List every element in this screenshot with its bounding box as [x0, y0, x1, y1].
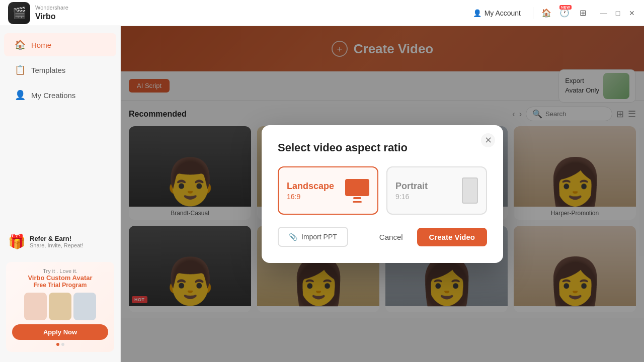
home-sidebar-icon: 🏠: [14, 39, 26, 50]
templates-icon: 📋: [14, 64, 26, 75]
creations-icon: 👤: [14, 89, 26, 101]
import-ppt-label: Import PPT: [301, 233, 337, 241]
sidebar-item-home[interactable]: 🏠 Home: [4, 33, 116, 56]
sidebar-home-label: Home: [31, 41, 51, 49]
title-bar-right: 👤 My Account 🏠 🕐 NEW ⊞ — □ ✕: [469, 7, 636, 19]
sidebar-item-my-creations[interactable]: 👤 My Creations: [4, 83, 116, 107]
brand-name: Wondershare: [35, 5, 68, 11]
landscape-shape-icon: [345, 179, 369, 196]
ratio-options: Landscape 16:9 Portrait: [278, 166, 487, 215]
maximize-button[interactable]: □: [614, 9, 622, 17]
content-area: ＋ Create Video AI Script Export Avatar O…: [121, 26, 644, 362]
sidebar-banner: Try it . Love it. Virbo Custom Avatar Fr…: [6, 262, 114, 352]
my-account-label: My Account: [485, 9, 521, 17]
dot-2: [61, 343, 64, 346]
divider: [533, 7, 533, 19]
modal-close-button[interactable]: ✕: [481, 133, 495, 147]
sidebar-creations-label: My Creations: [31, 91, 75, 100]
import-ppt-button[interactable]: 📎 Import PPT: [278, 227, 348, 247]
window-controls: — □ ✕: [600, 9, 636, 17]
banner-line3: Free Trial Program: [12, 282, 108, 289]
refer-text: Refer & Earn! Share, Invite, Repeat!: [30, 235, 83, 248]
app-window: 🎬 Wondershare Virbo 👤 My Account 🏠 🕐 NEW…: [0, 0, 644, 362]
my-account-button[interactable]: 👤 My Account: [469, 7, 525, 19]
title-bar: 🎬 Wondershare Virbo 👤 My Account 🏠 🕐 NEW…: [0, 0, 644, 26]
refer-title: Refer & Earn!: [30, 235, 83, 242]
sidebar: 🏠 Home 📋 Templates 👤 My Creations 🎁 Refe…: [0, 26, 121, 362]
banner-images: [12, 293, 108, 320]
home-icon[interactable]: 🏠: [541, 8, 551, 18]
landscape-icon: [345, 179, 369, 203]
app-title: Virbo: [35, 12, 68, 21]
portrait-label: Portrait: [395, 181, 428, 192]
modal-title: Select video aspect ratio: [278, 141, 487, 154]
landscape-label: Landscape: [287, 181, 334, 192]
banner-line1: Try it . Love it.: [12, 268, 108, 274]
main-content: 🏠 Home 📋 Templates 👤 My Creations 🎁 Refe…: [0, 26, 644, 362]
portrait-ratio: 9:16: [395, 193, 428, 201]
refer-earn-section[interactable]: 🎁 Refer & Earn! Share, Invite, Repeat!: [4, 229, 116, 254]
ppt-icon: 📎: [289, 233, 297, 241]
grid-icon[interactable]: ⊞: [578, 8, 588, 18]
portrait-label-group: Portrait 9:16: [395, 181, 428, 201]
apply-now-button[interactable]: Apply Now: [12, 324, 108, 340]
refer-subtitle: Share, Invite, Repeat!: [30, 242, 83, 248]
banner-line2: Virbo Custom Avatar: [12, 274, 108, 282]
modal-right-buttons: Cancel Create Video: [371, 228, 487, 246]
close-button[interactable]: ✕: [628, 9, 636, 17]
new-badge: NEW: [559, 5, 572, 10]
portrait-option[interactable]: Portrait 9:16: [386, 166, 487, 215]
landscape-option[interactable]: Landscape 16:9: [278, 166, 378, 215]
sidebar-item-templates[interactable]: 📋 Templates: [4, 58, 116, 81]
title-bar-icons: 🏠 🕐 NEW ⊞: [541, 8, 588, 18]
app-name: Wondershare Virbo: [35, 5, 68, 21]
sidebar-templates-label: Templates: [31, 66, 65, 74]
portrait-shape-icon: [462, 177, 478, 204]
landscape-label-group: Landscape 16:9: [287, 181, 334, 201]
dot-1: [56, 343, 59, 346]
create-video-button[interactable]: Create Video: [417, 228, 487, 246]
title-bar-left: 🎬 Wondershare Virbo: [8, 2, 68, 24]
account-icon: 👤: [473, 9, 481, 17]
modal-actions: 📎 Import PPT Cancel Create Video: [278, 227, 487, 247]
landscape-ratio: 16:9: [287, 193, 334, 201]
cancel-button[interactable]: Cancel: [371, 228, 411, 246]
refer-icon: 🎁: [8, 233, 26, 250]
minimize-button[interactable]: —: [600, 9, 608, 17]
modal-overlay: ✕ Select video aspect ratio Landscape 16…: [121, 26, 644, 362]
history-icon[interactable]: 🕐 NEW: [559, 8, 570, 18]
app-logo: 🎬: [8, 2, 30, 24]
dot-indicators: [12, 343, 108, 346]
aspect-ratio-modal: ✕ Select video aspect ratio Landscape 16…: [262, 125, 503, 263]
